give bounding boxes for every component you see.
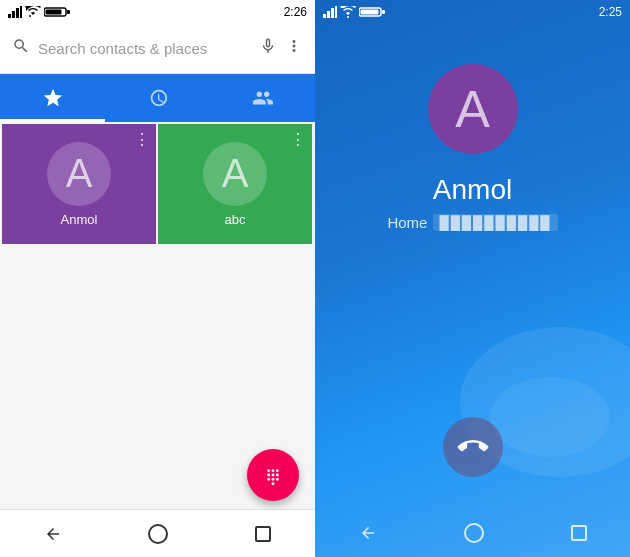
svg-rect-1 bbox=[12, 11, 15, 18]
caller-type: Home ██████████ bbox=[387, 214, 557, 231]
wifi-icon bbox=[25, 6, 41, 18]
avatar-abc: A bbox=[203, 142, 267, 206]
tab-favorites[interactable] bbox=[0, 74, 105, 122]
signal-icon bbox=[8, 6, 22, 18]
tabs-bar bbox=[0, 74, 315, 122]
svg-rect-19 bbox=[331, 8, 334, 18]
tab-recent[interactable] bbox=[105, 74, 210, 122]
caller-name: Anmol bbox=[433, 174, 512, 206]
status-icons-left bbox=[8, 6, 70, 18]
caller-number: ██████████ bbox=[433, 214, 557, 231]
svg-rect-3 bbox=[20, 6, 22, 18]
avatar-anmol: A bbox=[47, 142, 111, 206]
home-button-left[interactable] bbox=[140, 516, 176, 552]
svg-point-15 bbox=[276, 478, 279, 481]
decline-button[interactable] bbox=[443, 417, 503, 477]
svg-rect-23 bbox=[361, 10, 379, 15]
status-bar-right: 2:25 bbox=[315, 0, 630, 24]
svg-point-9 bbox=[276, 469, 279, 472]
svg-point-11 bbox=[272, 474, 275, 477]
card-menu-abc[interactable]: ⋮ bbox=[290, 130, 306, 149]
svg-rect-5 bbox=[46, 10, 62, 15]
svg-point-7 bbox=[267, 469, 270, 472]
recents-button-left[interactable] bbox=[245, 516, 281, 552]
call-content: A Anmol Home ██████████ bbox=[315, 24, 630, 231]
back-button-left[interactable] bbox=[35, 516, 71, 552]
svg-point-12 bbox=[276, 474, 279, 477]
search-placeholder: Search contacts & places bbox=[38, 40, 251, 57]
svg-rect-2 bbox=[16, 8, 19, 18]
wifi-icon-right bbox=[340, 6, 356, 18]
card-menu-anmol[interactable]: ⋮ bbox=[134, 130, 150, 149]
svg-rect-18 bbox=[327, 11, 330, 18]
right-panel: 2:25 A Anmol Home ██████████ bbox=[315, 0, 630, 557]
battery-icon bbox=[44, 6, 70, 18]
search-icon bbox=[12, 37, 30, 60]
home-button-right[interactable] bbox=[464, 523, 484, 543]
mic-icon[interactable] bbox=[259, 37, 277, 60]
contact-card-abc[interactable]: ⋮ A abc bbox=[158, 124, 312, 244]
svg-point-13 bbox=[267, 478, 270, 481]
dial-fab-button[interactable] bbox=[247, 449, 299, 501]
status-icons-right bbox=[323, 6, 385, 18]
recents-button-right[interactable] bbox=[571, 525, 587, 541]
status-bar-left: 2:26 bbox=[0, 0, 315, 24]
search-bar[interactable]: Search contacts & places bbox=[0, 24, 315, 74]
left-panel: 2:26 Search contacts & places ⋮ A Anmol bbox=[0, 0, 315, 557]
svg-point-16 bbox=[272, 482, 275, 485]
contact-name-abc: abc bbox=[225, 212, 246, 227]
svg-point-14 bbox=[272, 478, 275, 481]
tab-contacts[interactable] bbox=[210, 74, 315, 122]
contact-name-anmol: Anmol bbox=[61, 212, 98, 227]
svg-rect-0 bbox=[8, 14, 11, 18]
back-button-right[interactable] bbox=[359, 524, 377, 542]
caller-type-label: Home bbox=[387, 214, 427, 231]
battery-icon-right bbox=[359, 6, 385, 18]
svg-point-10 bbox=[267, 474, 270, 477]
svg-rect-17 bbox=[323, 14, 326, 18]
svg-rect-24 bbox=[382, 10, 385, 14]
svg-point-8 bbox=[272, 469, 275, 472]
nav-bar-left bbox=[0, 509, 315, 557]
more-options-icon[interactable] bbox=[285, 37, 303, 60]
contact-card-anmol[interactable]: ⋮ A Anmol bbox=[2, 124, 156, 244]
svg-rect-6 bbox=[67, 10, 70, 14]
time-right: 2:25 bbox=[599, 5, 622, 19]
call-actions bbox=[315, 417, 630, 477]
signal-icon-right bbox=[323, 6, 337, 18]
svg-rect-20 bbox=[335, 6, 337, 18]
time-left: 2:26 bbox=[284, 5, 307, 19]
svg-point-21 bbox=[347, 16, 349, 18]
caller-avatar: A bbox=[428, 64, 518, 154]
nav-bar-right bbox=[315, 509, 630, 557]
